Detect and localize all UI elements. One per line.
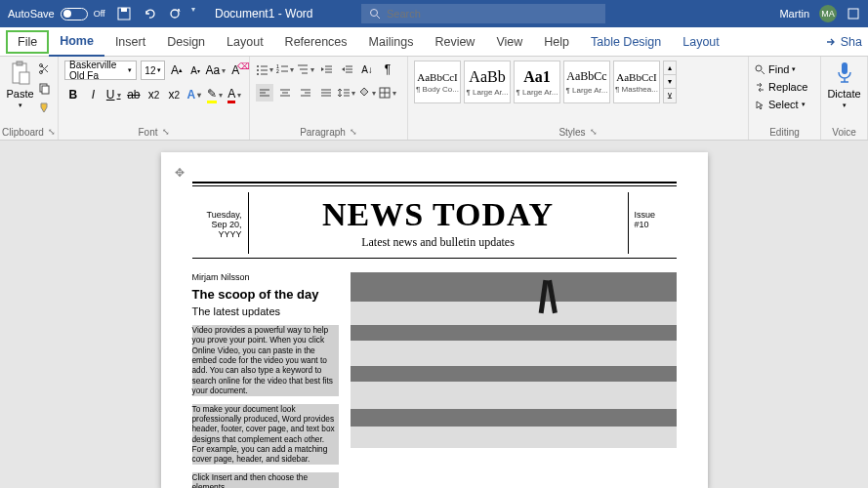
select-icon bbox=[755, 100, 765, 110]
microphone-icon bbox=[835, 61, 854, 86]
svg-text:2: 2 bbox=[276, 68, 279, 74]
svg-point-13 bbox=[257, 65, 259, 67]
align-center-icon[interactable] bbox=[276, 84, 294, 102]
tab-view[interactable]: View bbox=[485, 27, 533, 57]
dialog-launcher-icon[interactable]: ⤡ bbox=[162, 127, 170, 138]
svg-rect-8 bbox=[20, 72, 29, 84]
strikethrough-button[interactable]: ab bbox=[125, 86, 143, 103]
numbering-icon[interactable]: 12 bbox=[276, 61, 294, 78]
justify-icon[interactable] bbox=[317, 84, 335, 102]
decrease-indent-icon[interactable] bbox=[317, 61, 335, 78]
multilevel-list-icon[interactable] bbox=[297, 61, 314, 78]
show-marks-icon[interactable]: ¶ bbox=[379, 61, 396, 78]
borders-icon[interactable] bbox=[379, 84, 396, 102]
superscript-button[interactable]: x2 bbox=[165, 86, 183, 103]
save-icon[interactable] bbox=[115, 5, 133, 22]
find-button[interactable]: Find▾ bbox=[755, 61, 814, 78]
font-group: Baskerville Old Fa▾ 12▾ A▴ A▾ Aa A⌫ B I … bbox=[59, 57, 250, 140]
svg-point-14 bbox=[257, 69, 259, 71]
window-mode-icon[interactable] bbox=[847, 7, 860, 20]
tab-review[interactable]: Review bbox=[424, 27, 485, 57]
svg-point-3 bbox=[371, 10, 378, 17]
tab-help[interactable]: Help bbox=[533, 27, 580, 57]
undo-icon[interactable] bbox=[141, 5, 158, 22]
svg-point-15 bbox=[257, 73, 259, 75]
style-3[interactable]: AaBbCc¶ Large Ar... bbox=[563, 61, 610, 103]
autosave-control[interactable]: AutoSave Off bbox=[8, 8, 105, 20]
italic-button[interactable]: I bbox=[85, 86, 103, 103]
bold-button[interactable]: B bbox=[64, 86, 82, 103]
pedestrian-figure bbox=[536, 272, 561, 313]
font-size-selector[interactable]: 12▾ bbox=[141, 61, 165, 80]
tab-home[interactable]: Home bbox=[49, 27, 104, 57]
share-button[interactable]: Sha bbox=[825, 35, 862, 49]
align-right-icon[interactable] bbox=[297, 84, 314, 102]
style-1[interactable]: AaBb¶ Large Ar... bbox=[464, 61, 511, 103]
tab-insert[interactable]: Insert bbox=[104, 27, 156, 57]
font-color-icon[interactable]: A bbox=[226, 86, 243, 103]
tab-layout[interactable]: Layout bbox=[216, 27, 274, 57]
article-headline: The scoop of the day bbox=[192, 287, 339, 302]
newspaper-subtitle: Latest news and bulletin updates bbox=[257, 235, 620, 250]
tab-mailings[interactable]: Mailings bbox=[358, 27, 425, 57]
editing-label: Editing bbox=[769, 127, 800, 138]
dictate-button[interactable]: Dictate ▾ bbox=[827, 61, 861, 109]
tab-design[interactable]: Design bbox=[156, 27, 216, 57]
dialog-launcher-icon[interactable]: ⤡ bbox=[350, 127, 357, 138]
text-effects-icon[interactable]: A bbox=[186, 86, 203, 103]
styles-down-icon[interactable]: ▾ bbox=[664, 75, 676, 89]
clear-formatting-icon[interactable]: A⌫ bbox=[228, 61, 243, 79]
tab-references[interactable]: References bbox=[274, 27, 358, 57]
article-image bbox=[351, 272, 677, 488]
tab-layout-contextual[interactable]: Layout bbox=[672, 27, 730, 57]
copy-icon[interactable] bbox=[36, 80, 52, 96]
styles-more-icon[interactable]: ⊻ bbox=[664, 89, 676, 102]
svg-rect-12 bbox=[42, 86, 49, 94]
replace-button[interactable]: Replace bbox=[755, 78, 814, 96]
replace-icon bbox=[755, 82, 765, 93]
underline-button[interactable]: U bbox=[104, 86, 122, 103]
share-icon bbox=[825, 36, 837, 48]
paste-icon bbox=[10, 61, 31, 86]
editing-group: Find▾ Replace Select▾ Editing bbox=[749, 57, 821, 140]
masthead-issue: Issue#10 bbox=[628, 192, 677, 254]
search-box[interactable] bbox=[361, 4, 605, 23]
font-name-selector[interactable]: Baskerville Old Fa▾ bbox=[64, 61, 137, 80]
bullets-icon[interactable] bbox=[256, 61, 273, 78]
dialog-launcher-icon[interactable]: ⤡ bbox=[48, 127, 56, 138]
styles-up-icon[interactable]: ▴ bbox=[664, 61, 676, 75]
cut-icon[interactable] bbox=[36, 61, 52, 76]
style-0[interactable]: AaBbCcI¶ Body Co... bbox=[414, 61, 461, 103]
sort-icon[interactable]: A↓ bbox=[358, 61, 376, 78]
format-painter-icon[interactable] bbox=[36, 100, 52, 115]
style-4[interactable]: AaBbCcI¶ Masthea... bbox=[613, 61, 660, 103]
shrink-font-icon[interactable]: A▾ bbox=[188, 61, 203, 79]
find-icon bbox=[755, 64, 765, 75]
user-name[interactable]: Martin bbox=[779, 8, 809, 20]
search-icon bbox=[369, 8, 381, 20]
paste-button[interactable]: Paste ▾ bbox=[6, 61, 34, 115]
select-button[interactable]: Select▾ bbox=[755, 96, 814, 113]
quick-access-toolbar: ▾ bbox=[115, 5, 195, 22]
table-move-handle-icon[interactable]: ✥ bbox=[175, 166, 185, 180]
dialog-launcher-icon[interactable]: ⤡ bbox=[590, 127, 598, 138]
autosave-toggle[interactable] bbox=[61, 8, 88, 20]
line-spacing-icon[interactable] bbox=[338, 84, 355, 102]
increase-indent-icon[interactable] bbox=[338, 61, 355, 78]
tab-table-design[interactable]: Table Design bbox=[580, 27, 672, 57]
highlight-icon[interactable]: ✎ bbox=[206, 86, 224, 103]
align-left-icon[interactable] bbox=[256, 84, 273, 102]
redo-icon[interactable] bbox=[166, 5, 184, 22]
tab-file[interactable]: File bbox=[6, 30, 49, 54]
subscript-button[interactable]: x2 bbox=[145, 86, 163, 103]
shading-icon[interactable] bbox=[358, 84, 376, 102]
change-case-icon[interactable]: Aa bbox=[207, 61, 225, 79]
search-input[interactable] bbox=[387, 8, 598, 20]
ribbon: Paste ▾ Clipboard⤡ Baskerville Old Fa▾ 1… bbox=[0, 57, 868, 141]
document-title: Document1 - Word bbox=[215, 7, 312, 20]
user-area: Martin MA bbox=[779, 5, 860, 22]
grow-font-icon[interactable]: A▴ bbox=[169, 61, 184, 79]
style-2[interactable]: Aa1¶ Large Ar... bbox=[514, 61, 560, 103]
document-workspace[interactable]: ✥ Tuesday,Sep 20,YYYY NEWS TODAY Latest … bbox=[0, 141, 868, 488]
avatar[interactable]: MA bbox=[819, 5, 837, 22]
